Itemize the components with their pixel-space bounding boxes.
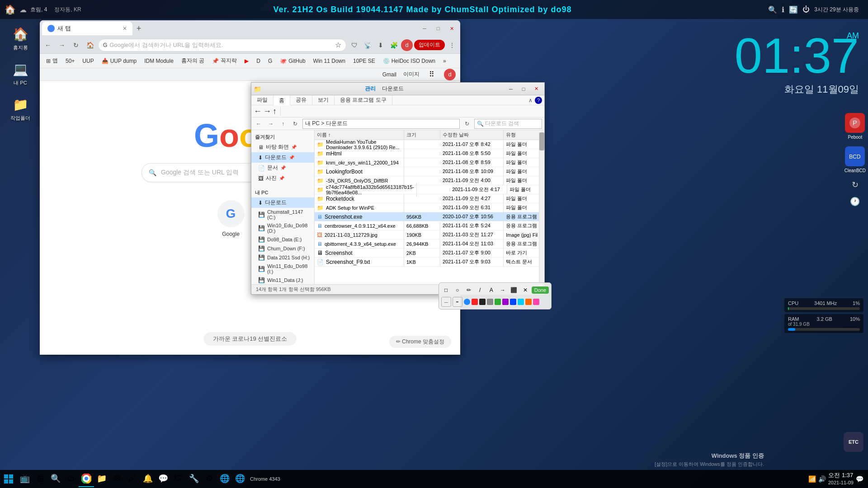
taskbar-app-1[interactable]: 📺 <box>17 471 33 487</box>
sidebar-drive-i[interactable]: 💾 Win11_Edu_Do98 (I:) <box>251 262 314 276</box>
bookmark-10pe[interactable]: 10PE SE <box>350 57 378 65</box>
home-icon[interactable]: 🏠 <box>5 4 16 15</box>
sidebar-desktop[interactable]: 🖥 바탕 화면 📌 <box>251 142 314 152</box>
ribbon-tab-file[interactable]: 파일 <box>251 95 274 105</box>
maximize-button[interactable]: □ <box>432 23 444 33</box>
corona-notice[interactable]: 가까운 코로나19 선별진료소 <box>204 332 297 346</box>
address-path[interactable]: 내 PC > 다운로드 <box>302 119 460 129</box>
bookmark-github[interactable]: 🐙 GitHub <box>277 57 308 65</box>
color-orange[interactable] <box>525 299 532 305</box>
sidebar-drive-c[interactable]: 💾 Chumstall_1147 (C:) <box>251 208 314 221</box>
bookmark-youtube[interactable]: ▶ <box>242 57 251 65</box>
ribbon-back-btn[interactable]: ← <box>254 107 262 116</box>
table-row[interactable]: 📁knm_okr_sys_win11_22000_194 2021-11-08 … <box>315 158 544 167</box>
back-button[interactable]: ← <box>42 39 54 51</box>
taskbar-chrome-app[interactable] <box>79 471 94 487</box>
power-icon[interactable]: ⏻ <box>802 5 810 14</box>
col-date-header[interactable]: 수정한 날짜 <box>440 130 504 140</box>
color-purple[interactable] <box>502 299 509 305</box>
color-gray[interactable] <box>487 299 493 305</box>
taskbar-app-c[interactable]: 🔔 <box>140 471 156 487</box>
line-tool-btn[interactable]: / <box>475 285 485 295</box>
volume-icon[interactable]: 🔊 <box>818 475 826 483</box>
sidebar-documents[interactable]: 📄 문서 📌 <box>251 163 314 173</box>
rect-tool-btn[interactable]: □ <box>441 285 451 295</box>
color-darkblue[interactable] <box>510 299 516 305</box>
arrow-tool-btn[interactable]: → <box>498 285 508 295</box>
bookmark-50plus[interactable]: 50+ <box>63 57 77 65</box>
sidebar-drive-e[interactable]: 💾 Do98_Data (E:) <box>251 235 314 244</box>
chrome-customize-button[interactable]: ✏ Chrome 맞춤설정 <box>389 336 451 348</box>
bookmark-more[interactable]: » <box>440 57 449 65</box>
ribbon-tab-home[interactable]: 홈 <box>274 95 290 105</box>
bookmark-heidoc[interactable]: 💿 HeiDoc ISO Down <box>380 57 438 65</box>
taskbar-email-app[interactable]: ✉ <box>109 471 125 487</box>
taskbar-app-g[interactable]: ⚙ <box>202 471 217 487</box>
addr-up-btn[interactable]: ↑ <box>278 119 288 129</box>
notification-icon[interactable]: 💬 <box>856 475 863 483</box>
etc-icon-container[interactable]: ETC <box>844 432 863 452</box>
bookmark-win11[interactable]: Win 11 Down <box>311 57 348 65</box>
network-icon[interactable]: 📶 <box>808 475 816 483</box>
addr-back-btn[interactable]: ← <box>254 119 264 129</box>
download-icon[interactable]: ⬇ <box>375 39 387 51</box>
address-bar[interactable]: G Google에서 검색하거나 URL을 입력하세요. ☆ <box>98 39 346 52</box>
sidebar-drive-j[interactable]: 💾 Win11_Data (J:) <box>251 276 314 284</box>
ribbon-tab-app-tools[interactable]: 응용 프로그램 도구 <box>335 95 392 105</box>
explorer-maximize-btn[interactable]: □ <box>518 84 529 94</box>
table-row[interactable]: 🖥Screenshot 2KB 2021-11-07 오후 9:00 바로 가기 <box>315 249 544 258</box>
table-row[interactable]: 🖼2021-11-03_112729.jpg 190KB 2021-11-03 … <box>315 230 544 239</box>
taskbar-app-f[interactable]: 🔧 <box>186 471 202 487</box>
search-icon[interactable]: 🔍 <box>768 5 777 14</box>
col-type-header[interactable]: 유형 <box>504 130 544 140</box>
bookmark-uup[interactable]: UUP <box>80 57 96 65</box>
eraser-tool-btn[interactable]: ✕ <box>520 285 530 295</box>
reload-button[interactable]: ↻ <box>70 39 82 51</box>
taskbar-app-i[interactable]: 🌐 <box>232 471 248 487</box>
apps-grid-icon[interactable]: ⠿ <box>426 69 437 80</box>
addr-path-refresh[interactable]: ↻ <box>462 119 472 129</box>
explorer-close-btn[interactable]: ✕ <box>530 84 542 94</box>
color-cyan[interactable] <box>518 299 524 305</box>
taskbar-taskview-btn[interactable]: 🗂 <box>63 471 79 487</box>
menu-icon[interactable]: ⋮ <box>446 39 458 51</box>
ribbon-collapse-btn[interactable]: ∧ <box>528 95 535 105</box>
table-row[interactable]: 🖥Screenshot.exe 956KB 2020-10-07 오후 10:5… <box>315 212 544 221</box>
taskbar-start-area[interactable] <box>0 471 17 487</box>
shortcut-google[interactable]: G Google <box>217 200 245 237</box>
fill-tool-btn[interactable]: ⬛ <box>509 285 519 295</box>
color-red[interactable] <box>472 299 478 305</box>
shield-icon[interactable]: 🛡 <box>349 39 360 51</box>
cast-icon[interactable]: 📡 <box>362 39 373 51</box>
sidebar-pictures[interactable]: 🖼 사진 📌 <box>251 173 314 183</box>
new-tab-button[interactable]: + <box>132 22 145 35</box>
browser-tab-active[interactable]: 새 탭 ✕ <box>42 22 132 35</box>
desktop-icon-workfolder[interactable]: 📁 작업폴더 <box>5 95 36 122</box>
color-blue[interactable] <box>464 299 470 305</box>
taskbar-folder-app[interactable]: 📁 <box>94 471 109 487</box>
info-icon[interactable]: ℹ <box>782 5 784 14</box>
table-row[interactable]: 📄Screenshot_F9.txt 1KB 2021-11-07 오후 9:0… <box>315 258 544 267</box>
clock-sidebar-icon[interactable]: 🕐 <box>850 197 860 206</box>
update-button[interactable]: 업데이트 <box>414 40 445 50</box>
sidebar-downloads[interactable]: ⬇ 다운로드 📌 <box>251 152 314 163</box>
table-row[interactable]: 📁ADK Setup for WinPE 2021-11-09 오전 6:31 … <box>315 203 544 212</box>
oval-tool-btn[interactable]: ○ <box>453 285 462 295</box>
table-row[interactable]: 📁LookingforBoot 2021-11-08 오후 10:09 파일 폴… <box>315 167 544 176</box>
bookmark-star-icon[interactable]: ☆ <box>335 41 341 49</box>
taskbar-app-h[interactable]: 🌐 <box>217 471 232 487</box>
ribbon-up-btn[interactable]: ↑ <box>273 107 277 116</box>
tab-close-btn[interactable]: ✕ <box>123 25 127 32</box>
sidebar-mypc-downloads[interactable]: ⬇ 다운로드 <box>251 197 314 208</box>
gmail-link[interactable]: Gmail <box>382 71 396 78</box>
refresh-icon[interactable]: 🔄 <box>789 5 798 14</box>
refresh-sidebar-icon[interactable]: ↻ <box>852 180 859 190</box>
sidebar-drive-f[interactable]: 💾 Chum_Down (F:) <box>251 244 314 253</box>
table-row[interactable]: 📁mHtml 2021-11-08 오후 5:50 파일 폴더 <box>315 149 544 158</box>
cleanbcd-icon-item[interactable]: BCD CleanBCD <box>844 146 866 173</box>
sidebar-drive-h[interactable]: 💾 Data 2021 Ssd (H:) <box>251 253 314 262</box>
table-row[interactable]: 🖥qbittorrent_4.3.9_x64_setup.exe 26,944K… <box>315 239 544 249</box>
taskbar-app-2[interactable]: ⊞ <box>33 471 48 487</box>
line-width-thick[interactable]: ━ <box>453 297 462 307</box>
addr-refresh-btn[interactable]: ↻ <box>290 119 300 129</box>
